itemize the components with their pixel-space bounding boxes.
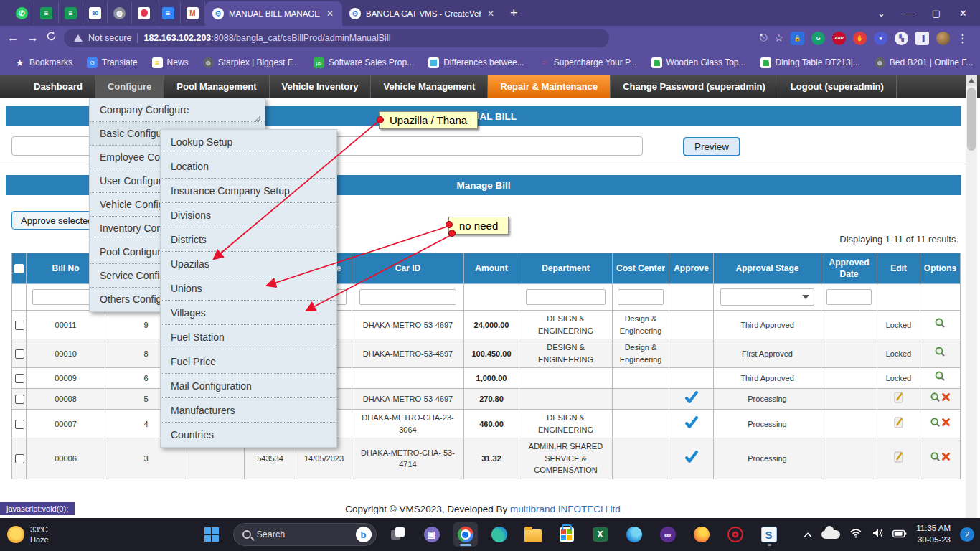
- col-edit[interactable]: Edit: [877, 253, 920, 284]
- row-checkbox[interactable]: [15, 395, 24, 404]
- edit-note-icon[interactable]: [892, 451, 905, 467]
- view-icon[interactable]: [934, 346, 946, 362]
- minimize-button[interactable]: —: [904, 8, 913, 19]
- row-checkbox[interactable]: [15, 454, 24, 463]
- nav-dashboard[interactable]: Dashboard: [22, 75, 95, 98]
- new-tab-button[interactable]: +: [510, 6, 518, 21]
- share-icon[interactable]: ⎋: [760, 32, 767, 44]
- filter-car-id[interactable]: [359, 289, 456, 305]
- submenu-item-unions[interactable]: Unions: [161, 276, 336, 301]
- bookmark-item[interactable]: GTranslate: [81, 55, 143, 70]
- maximize-button[interactable]: ▢: [932, 8, 941, 19]
- pinned-tab[interactable]: ◍: [108, 2, 132, 24]
- col-approval-stage[interactable]: Approval Stage: [714, 253, 821, 284]
- red-app-button[interactable]: ✪: [723, 522, 748, 547]
- pinned-tab[interactable]: ≡: [34, 2, 59, 24]
- excel-button[interactable]: X: [588, 522, 613, 547]
- store-button[interactable]: [555, 522, 579, 547]
- password-ext-icon[interactable]: 🔒: [791, 32, 804, 45]
- submenu-item-upazilas[interactable]: Upazilas: [161, 252, 336, 276]
- nav-logout[interactable]: Logout (superadmin): [778, 75, 897, 98]
- row-checkbox[interactable]: [15, 349, 24, 359]
- pinned-tab[interactable]: ✆: [10, 2, 34, 24]
- scroll-up-arrow[interactable]: [966, 75, 977, 86]
- nav-change-password[interactable]: Change Password (superadmin): [611, 75, 778, 98]
- clock[interactable]: 11:35 AM30-05-23: [916, 523, 951, 545]
- preview-button[interactable]: Preview: [683, 137, 740, 156]
- taskbar-search[interactable]: Search b: [233, 523, 377, 546]
- purple-app-button[interactable]: ∞: [656, 522, 680, 547]
- submenu-item-mail-configuration[interactable]: Mail Configuration: [161, 374, 336, 398]
- nav-vehicle-inventory[interactable]: Vehicle Inventory: [270, 75, 372, 98]
- col-car-id[interactable]: Car ID: [352, 253, 464, 284]
- bookmark-item[interactable]: Dining Table DT213|...: [755, 55, 866, 70]
- start-button[interactable]: [199, 522, 224, 547]
- menu-dots-icon[interactable]: ⋮: [957, 32, 969, 45]
- delete-icon[interactable]: [941, 418, 951, 430]
- submenu-item-districts[interactable]: Districts: [161, 227, 336, 252]
- close-window-button[interactable]: ✕: [959, 8, 967, 19]
- bookmark-item[interactable]: ≣News: [146, 55, 194, 70]
- filter-approved-date[interactable]: [826, 289, 872, 305]
- submenu-item-manufacturers[interactable]: Manufacturers: [161, 398, 336, 423]
- adblock-icon[interactable]: ✋: [853, 32, 867, 45]
- menu-item-company-configure[interactable]: Company Configure: [90, 98, 265, 122]
- nav-vehicle-management[interactable]: Vehicle Management: [371, 75, 488, 98]
- col-approve[interactable]: Approve: [669, 253, 714, 284]
- notification-badge[interactable]: 2: [960, 527, 974, 542]
- pinned-tab[interactable]: ≡: [59, 2, 83, 24]
- bookmark-item[interactable]: Differences betwee...: [423, 55, 530, 70]
- bookmark-item[interactable]: ◍Bed B201 | Online F...: [869, 55, 979, 70]
- firefox-button[interactable]: [689, 522, 714, 547]
- edit-note-icon[interactable]: [892, 416, 905, 433]
- map-pin-icon[interactable]: ●: [874, 32, 887, 45]
- nav-pool-management[interactable]: Pool Management: [164, 75, 269, 98]
- col-department[interactable]: Department: [519, 253, 613, 284]
- chrome-button[interactable]: [453, 522, 478, 547]
- reload-icon[interactable]: [46, 31, 57, 45]
- col-amount[interactable]: Amount: [464, 253, 519, 284]
- onedrive-icon[interactable]: [821, 530, 840, 539]
- battery-icon[interactable]: [892, 528, 907, 541]
- bookmark-item[interactable]: Wooden Glass Top...: [646, 55, 752, 70]
- back-button[interactable]: ←: [7, 31, 19, 45]
- submenu-item-fuel-price[interactable]: Fuel Price: [161, 349, 336, 374]
- submenu-item-villages[interactable]: Villages: [161, 301, 336, 325]
- wifi-icon[interactable]: [849, 528, 862, 541]
- bookmark-item[interactable]: ★Bookmarks: [9, 55, 78, 70]
- forward-button[interactable]: →: [27, 31, 39, 45]
- volume-icon[interactable]: [872, 528, 883, 541]
- address-bar[interactable]: Not secure 182.163.102.203:8088/bangla_c…: [64, 29, 609, 47]
- col-cost-center[interactable]: Cost Center: [613, 253, 669, 284]
- pinned-tab[interactable]: [132, 2, 156, 24]
- abp-icon[interactable]: ABP: [832, 32, 846, 45]
- submenu-item-location[interactable]: Location: [161, 154, 336, 179]
- nav-repair-maintenance[interactable]: Repair & Maintenance: [488, 75, 611, 98]
- delete-icon[interactable]: [941, 452, 951, 465]
- puzzle-extensions-icon[interactable]: ▚: [895, 32, 908, 45]
- close-tab-icon[interactable]: ✕: [325, 9, 335, 19]
- tray-chevron-up-icon[interactable]: [804, 528, 812, 541]
- select-all-checkbox[interactable]: [14, 264, 24, 273]
- view-icon[interactable]: [934, 317, 946, 333]
- bookmark-item[interactable]: ◍Starplex | Biggest F...: [197, 55, 305, 70]
- submenu-item-lookup-setup[interactable]: Lookup Setup: [161, 130, 336, 154]
- submenu-item-fuel-station[interactable]: Fuel Station: [161, 325, 336, 349]
- filter-cost-center[interactable]: [618, 289, 664, 305]
- col-options[interactable]: Options: [920, 253, 961, 284]
- view-icon[interactable]: [930, 417, 941, 432]
- nav-configure[interactable]: Configure: [95, 75, 164, 98]
- weather-widget[interactable]: 33°CHaze: [7, 524, 49, 545]
- grammarly-icon[interactable]: G: [811, 32, 825, 45]
- delete-icon[interactable]: [941, 392, 951, 405]
- task-view-button[interactable]: [386, 522, 410, 547]
- submenu-item-countries[interactable]: Countries: [161, 423, 336, 447]
- edit-note-icon[interactable]: [892, 391, 905, 408]
- view-icon[interactable]: [934, 370, 946, 386]
- page-scrollbar[interactable]: [966, 75, 977, 518]
- pinned-tab[interactable]: ≡: [156, 2, 181, 24]
- filter-department[interactable]: [526, 289, 606, 305]
- view-icon[interactable]: [930, 451, 941, 466]
- row-checkbox[interactable]: [15, 420, 24, 429]
- col-approved-date[interactable]: Approved Date: [821, 253, 877, 284]
